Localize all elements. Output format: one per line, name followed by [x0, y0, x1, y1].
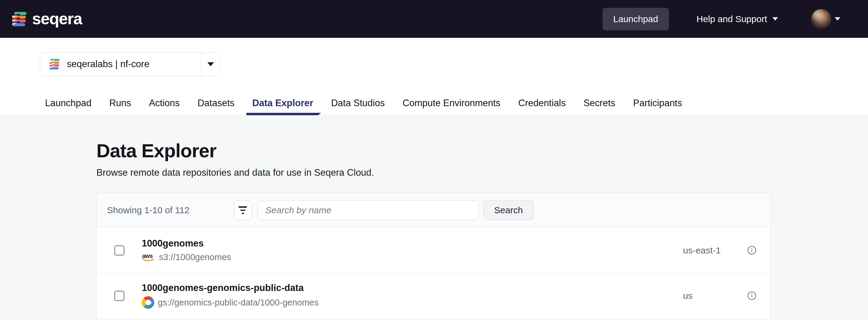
- tab-datasets[interactable]: Datasets: [197, 98, 234, 115]
- search-button[interactable]: Search: [484, 201, 533, 220]
- bucket-name-link[interactable]: 1000genomes-genomics-public-data: [142, 283, 318, 293]
- tab-participants[interactable]: Participants: [633, 98, 682, 115]
- brand-wordmark: seqera: [32, 9, 82, 28]
- table-row-partial: [97, 319, 770, 320]
- tab-credentials[interactable]: Credentials: [518, 98, 566, 115]
- row-checkbox[interactable]: [114, 291, 125, 301]
- chevron-down-icon: [773, 17, 778, 21]
- workspace-selector[interactable]: seqeralabs | nf-core: [40, 52, 220, 76]
- row-right-group: us-east-1: [683, 245, 756, 256]
- top-navbar: seqera Launchpad Help and Support: [0, 0, 868, 38]
- svg-text:aws: aws: [142, 253, 153, 259]
- tab-actions[interactable]: Actions: [149, 98, 180, 115]
- tab-launchpad[interactable]: Launchpad: [45, 98, 91, 115]
- google-cloud-icon: [142, 296, 154, 309]
- caret-down-icon: [207, 62, 214, 66]
- workspace-subheader: seqeralabs | nf-core Launchpad Runs Acti…: [0, 38, 868, 115]
- info-icon[interactable]: [747, 291, 756, 300]
- bucket-info: 1000genomes aws s3://1000genomes: [142, 238, 231, 263]
- page-subtitle: Browse remote data repositories and data…: [96, 167, 868, 178]
- table-row[interactable]: 1000genomes aws s3://1000genomes us-east…: [97, 228, 770, 273]
- panel-toolbar: Showing 1-10 of 112 Search: [97, 193, 770, 228]
- filter-icon: [239, 206, 247, 208]
- workspace-tabs: Launchpad Runs Actions Datasets Data Exp…: [45, 98, 868, 115]
- chevron-down-icon: [835, 17, 840, 21]
- seqera-logo-icon: [11, 11, 27, 27]
- launchpad-button[interactable]: Launchpad: [602, 8, 669, 30]
- data-explorer-panel: Showing 1-10 of 112 Search 1000genomes a…: [96, 193, 771, 320]
- navbar-right-group: Launchpad Help and Support: [602, 8, 840, 30]
- help-and-support-menu[interactable]: Help and Support: [696, 14, 778, 24]
- workspace-selector-dropdown-button[interactable]: [201, 62, 220, 66]
- workspace-selector-label: seqeralabs | nf-core: [67, 59, 149, 69]
- bucket-name-link[interactable]: 1000genomes: [142, 238, 231, 249]
- table-row[interactable]: 1000genomes-genomics-public-data gs://ge…: [97, 273, 770, 319]
- bucket-region: us-east-1: [683, 245, 747, 256]
- bucket-region: us: [683, 291, 747, 301]
- tab-runs[interactable]: Runs: [109, 98, 131, 115]
- info-icon[interactable]: [747, 245, 756, 255]
- tab-data-studios[interactable]: Data Studios: [331, 98, 385, 115]
- bucket-uri: s3://1000genomes: [159, 252, 231, 262]
- help-and-support-label: Help and Support: [696, 14, 767, 24]
- pagination-summary: Showing 1-10 of 112: [107, 205, 189, 215]
- aws-icon: aws: [142, 253, 156, 263]
- bucket-uri-line: aws s3://1000genomes: [142, 252, 231, 263]
- tab-data-explorer[interactable]: Data Explorer: [252, 98, 313, 115]
- bucket-info: 1000genomes-genomics-public-data gs://ge…: [142, 283, 318, 309]
- page-title: Data Explorer: [96, 141, 868, 161]
- tab-secrets[interactable]: Secrets: [584, 98, 615, 115]
- user-menu[interactable]: [811, 9, 840, 29]
- bucket-uri-line: gs://genomics-public-data/1000-genomes: [142, 296, 318, 309]
- row-checkbox[interactable]: [114, 245, 125, 256]
- page-header: Data Explorer Browse remote data reposit…: [96, 141, 868, 178]
- bucket-uri: gs://genomics-public-data/1000-genomes: [158, 298, 318, 308]
- tab-compute-environments[interactable]: Compute Environments: [403, 98, 500, 115]
- search-input[interactable]: [258, 201, 479, 220]
- row-right-group: us: [683, 291, 756, 301]
- filter-button[interactable]: [234, 201, 252, 220]
- seqera-brand[interactable]: seqera: [11, 10, 82, 28]
- workspace-org-logo-icon: [48, 58, 60, 70]
- avatar[interactable]: [811, 9, 831, 29]
